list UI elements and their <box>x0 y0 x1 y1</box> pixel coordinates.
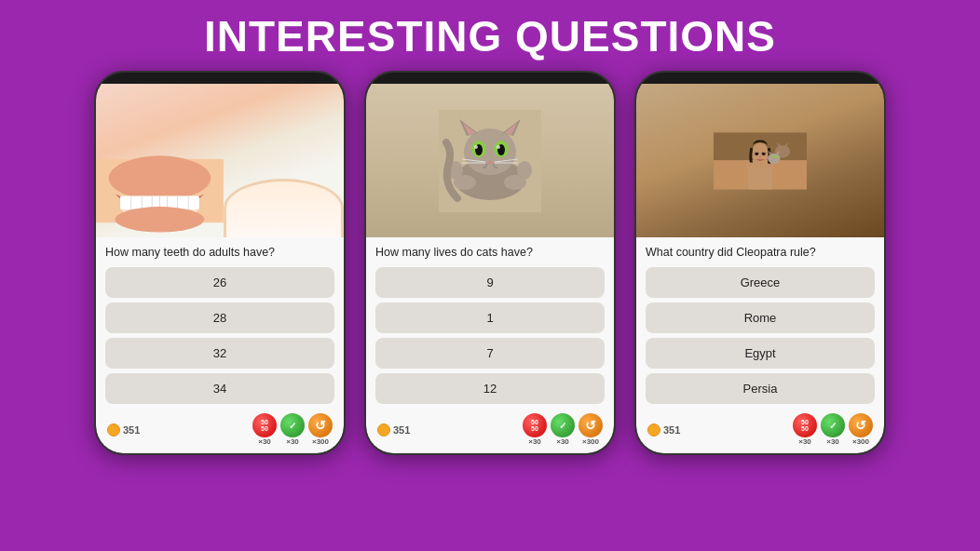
svg-point-1 <box>109 155 211 200</box>
badge-3-orange: ↺ ×300 <box>849 413 873 446</box>
phone-1-notch <box>192 73 248 84</box>
phone-1-answer-1[interactable]: 26 <box>105 267 334 298</box>
badge-2-orange: ↺ ×300 <box>578 413 603 446</box>
phone-2-answer-4[interactable]: 12 <box>375 373 605 404</box>
phone-3-score: 351 <box>647 423 680 437</box>
phone-3-answer-4[interactable]: Persia <box>646 373 875 404</box>
phone-1-answer-4[interactable]: 34 <box>105 373 334 404</box>
svg-point-33 <box>517 161 532 180</box>
svg-point-14 <box>464 128 516 175</box>
phone-1-content: How many teeth do adults have? 26 28 32 … <box>96 237 344 453</box>
coin-icon-2 <box>377 423 390 437</box>
phone-2-content: How many lives do cats have? 9 1 7 12 35… <box>366 237 614 453</box>
phone-3: What country did Cleopatra rule? Greece … <box>634 71 886 455</box>
svg-point-11 <box>116 207 205 232</box>
phone-1-image <box>96 84 344 237</box>
phone-3-answer-3[interactable]: Egypt <box>646 338 875 369</box>
badge-3-red: 5050 ×30 <box>793 413 817 446</box>
phone-2-question: How many lives do cats have? <box>375 245 605 260</box>
phone-1-question: How many teeth do adults have? <box>105 245 334 260</box>
phone-1-answer-3[interactable]: 32 <box>105 338 334 369</box>
phone-3-question: What country did Cleopatra rule? <box>646 245 875 260</box>
phone-2-answer-1[interactable]: 9 <box>375 267 605 298</box>
phone-2-badges: 5050 ×30 ✓ ×30 ↺ ×300 <box>523 413 603 446</box>
svg-point-52 <box>774 157 775 158</box>
badge-2-red: 5050 ×30 <box>523 413 547 446</box>
phone-3-answer-1[interactable]: Greece <box>646 267 875 298</box>
phone-2: How many lives do cats have? 9 1 7 12 35… <box>364 71 616 455</box>
phone-1-answer-2[interactable]: 28 <box>105 302 334 333</box>
badge-1-red: 5050 ×30 <box>252 413 277 446</box>
phone-3-footer: 351 5050 ×30 ✓ ×30 ↺ ×300 <box>646 410 875 448</box>
badge-3-green: ✓ ×30 <box>821 413 845 446</box>
phone-2-score: 351 <box>377 423 410 437</box>
phone-1-footer: 351 5050 ×30 ✓ ×30 ↺ ×300 <box>105 410 334 448</box>
phone-3-badges: 5050 ×30 ✓ ×30 ↺ ×300 <box>793 413 873 446</box>
phone-3-image <box>636 84 884 237</box>
svg-point-51 <box>775 155 778 157</box>
phone-2-answer-3[interactable]: 7 <box>375 338 605 369</box>
phones-row: How many teeth do adults have? 26 28 32 … <box>94 71 886 455</box>
badge-2-green: ✓ ×30 <box>551 413 575 446</box>
coin-icon-3 <box>647 423 660 437</box>
svg-point-24 <box>497 145 500 149</box>
svg-point-41 <box>755 152 758 155</box>
svg-point-43 <box>759 155 761 156</box>
phone-3-notch <box>732 73 788 84</box>
badge-1-orange: ↺ ×300 <box>308 413 333 446</box>
phone-2-image <box>366 84 614 237</box>
phone-3-content: What country did Cleopatra rule? Greece … <box>636 237 884 453</box>
phone-1: How many teeth do adults have? 26 28 32 … <box>94 71 346 455</box>
phone-1-score: 351 <box>107 423 140 437</box>
phone-1-badges: 5050 ×30 ✓ ×30 ↺ ×300 <box>252 413 333 446</box>
badge-1-green: ✓ ×30 <box>280 413 305 446</box>
page-title: INTERESTING QUESTIONS <box>204 11 776 61</box>
svg-point-50 <box>771 155 774 157</box>
coin-icon-1 <box>107 423 120 437</box>
phone-2-answer-2[interactable]: 1 <box>375 302 605 333</box>
phone-2-notch <box>462 73 518 84</box>
phone-3-answer-2[interactable]: Rome <box>646 302 875 333</box>
svg-point-23 <box>474 145 478 149</box>
phone-2-footer: 351 5050 ×30 ✓ ×30 ↺ ×300 <box>375 410 605 448</box>
svg-point-42 <box>762 152 766 155</box>
